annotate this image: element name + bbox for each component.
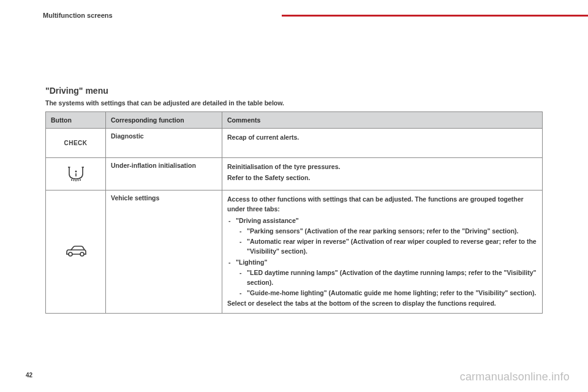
table-header-row: Button Corresponding function Comments [46,112,543,129]
header-rule [282,15,588,17]
comments-cell: Recap of current alerts. [222,129,543,158]
button-cell-check: CHECK [46,129,106,158]
th-function: Corresponding function [106,112,222,129]
function-cell: Under-inflation initialisation [106,158,222,190]
tabs-list: "Driving assistance" "Parking sensors" (… [227,216,537,298]
page-content: "Driving" menu The systems with settings… [45,86,543,314]
comments-intro: Access to other functions with settings … [227,194,537,214]
comments-footer: Select or deselect the tabs at the botto… [227,298,537,308]
tab-sub-item: "Guide-me-home lighting" (Automatic guid… [236,288,537,298]
tyre-pressure-icon [67,162,85,185]
th-button: Button [46,112,106,129]
settings-table: Button Corresponding function Comments C… [45,111,543,314]
comments-line: Reinitialisation of the tyre pressures. [227,162,537,172]
tab-sub-list: "LED daytime running lamps" (Activation … [236,268,537,298]
comments-cell: Access to other functions with settings … [222,190,543,314]
tab-label: "Driving assistance" [236,217,299,224]
function-cell: Vehicle settings [106,190,222,314]
tab-sub-list: "Parking sensors" (Activation of the rea… [236,226,537,257]
page-number: 42 [26,372,32,379]
function-cell: Diagnostic [106,129,222,158]
car-icon [64,240,88,262]
comments-cell: Reinitialisation of the tyre pressures. … [222,158,543,190]
tab-sub-item: "Automatic rear wiper in reverse" (Activ… [236,236,537,257]
svg-point-10 [80,252,84,256]
table-row: CHECK Diagnostic Recap of current alerts… [46,129,543,158]
section-header: Multifunction screens [43,12,113,19]
tab-item: "Driving assistance" "Parking sensors" (… [227,216,537,257]
menu-intro: The systems with settings that can be ad… [45,99,543,107]
tab-sub-item: "Parking sensors" (Activation of the rea… [236,226,537,236]
watermark: carmanualsonline.info [460,371,570,383]
svg-point-9 [69,252,72,256]
table-row: Under-inflation initialisation Reinitial… [46,158,543,190]
tab-item: "Lighting" "LED daytime running lamps" (… [227,257,537,298]
tab-sub-item: "LED daytime running lamps" (Activation … [236,268,537,288]
button-cell-car [46,190,106,314]
check-button-label: CHECK [64,132,87,154]
menu-title: "Driving" menu [45,86,543,96]
tab-label: "Lighting" [236,258,267,266]
th-comments: Comments [222,112,543,129]
comments-line: Refer to the Safety section. [227,173,537,183]
table-row: Vehicle settings Access to other functio… [46,190,543,314]
button-cell-tyre [46,158,106,190]
svg-point-0 [75,171,77,173]
